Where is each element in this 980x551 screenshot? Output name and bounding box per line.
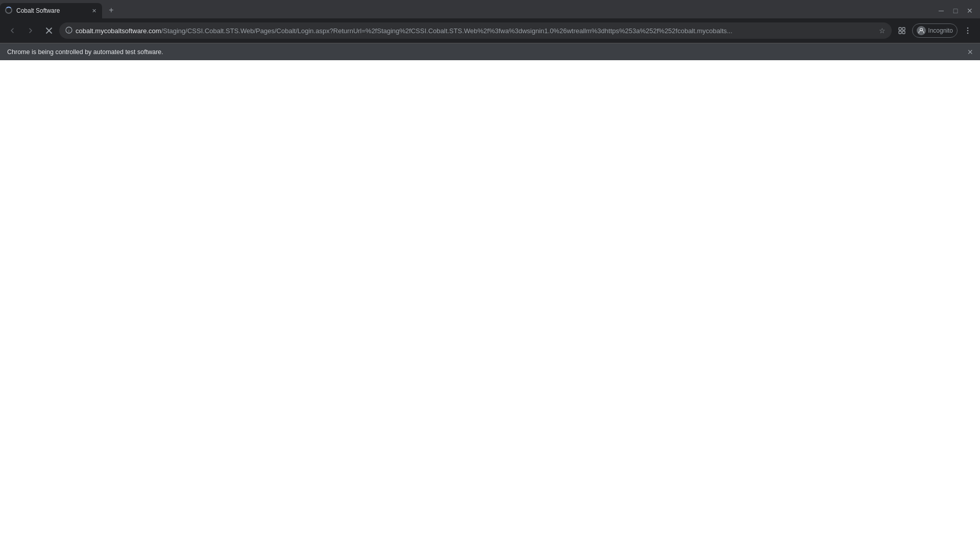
svg-point-10 [967,30,969,32]
minimize-button[interactable]: ─ [935,5,947,17]
maximize-button[interactable]: □ [949,5,962,17]
profile-icon [917,26,926,35]
back-icon [8,27,16,35]
toolbar: i cobalt.mycobaltsoftware.com/Staging/CS… [0,18,980,43]
svg-rect-4 [899,28,901,30]
automation-bar: Chrome is being controlled by automated … [0,43,980,60]
back-button[interactable] [4,22,20,39]
bookmark-button[interactable]: ☆ [879,27,886,35]
tab-bar-right: ─ □ ✕ [931,3,980,18]
browser-frame: Cobalt Software ✕ + ─ □ ✕ [0,0,980,551]
svg-text:i: i [68,29,69,33]
automation-close-button[interactable]: × [967,47,973,57]
new-tab-icon: + [109,6,113,15]
tab-favicon [5,7,13,15]
tab-title: Cobalt Software [16,7,87,14]
url-path: /Staging/CSSI.Cobalt.STS.Web/Pages/Cobal… [161,27,732,35]
automation-message: Chrome is being controlled by automated … [7,48,163,56]
forward-button[interactable] [22,22,39,39]
puzzle-icon [898,27,906,35]
tab-bar: Cobalt Software ✕ + ─ □ ✕ [0,0,980,18]
tab-close-button[interactable]: ✕ [90,7,98,15]
tab-bar-left: Cobalt Software ✕ + [0,3,118,18]
menu-button[interactable] [960,22,976,39]
svg-rect-7 [902,31,905,34]
svg-rect-6 [899,31,901,34]
page-content [0,60,980,551]
address-bar[interactable]: i cobalt.mycobaltsoftware.com/Staging/CS… [59,22,892,39]
close-window-button[interactable]: ✕ [964,5,976,17]
toolbar-right: Incognito [894,22,976,39]
more-icon [964,27,972,35]
forward-icon [27,27,35,35]
url-text: cobalt.mycobaltsoftware.com/Staging/CSSI… [76,27,876,35]
incognito-icon [918,28,924,34]
svg-point-11 [967,33,969,34]
security-info-icon: i [65,27,72,35]
profile-label: Incognito [928,27,953,34]
stop-reload-button[interactable] [41,22,57,39]
stop-icon [45,27,53,35]
tab-loading-spinner [5,7,12,14]
url-domain: cobalt.mycobaltsoftware.com [76,27,161,35]
new-tab-button[interactable]: + [104,3,118,17]
tab-bar-spacer [118,3,931,18]
svg-rect-5 [902,28,905,30]
extensions-button[interactable] [894,22,910,39]
profile-button[interactable]: Incognito [912,23,958,38]
svg-point-9 [967,28,969,29]
active-tab[interactable]: Cobalt Software ✕ [0,3,102,18]
lock-icon: i [65,27,72,34]
